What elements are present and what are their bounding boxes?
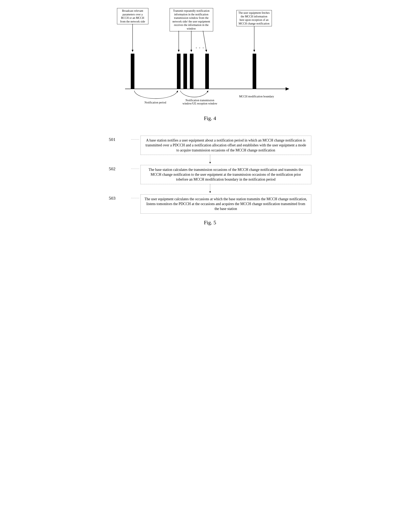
- fig4-box-broadcast: Broadcast relevant parameters over a BCC…: [117, 8, 148, 24]
- step-number-text: 502: [109, 166, 116, 171]
- step-text: A base station notifies a user equipment…: [145, 138, 306, 152]
- fig4-bar: [205, 54, 209, 89]
- step-number-text: 503: [109, 196, 116, 201]
- fig4-box-fetch: The user equipment fetches the MCCH info…: [236, 10, 272, 26]
- step-box: The user equipment calculates the occasi…: [141, 194, 311, 214]
- step-text: The user equipment calculates the occasi…: [145, 197, 307, 211]
- label-notification-period: Notification period: [139, 101, 172, 104]
- label-modification-boundary: MCCH modification boundary: [238, 95, 275, 98]
- step-number-text: 501: [109, 137, 116, 142]
- flow-connector: [109, 155, 311, 165]
- figure-4-caption: Fig. 4: [109, 115, 311, 121]
- flow-step-501: 501 A base station notifies a user equip…: [109, 136, 311, 155]
- fig4-box1-text: Broadcast relevant parameters over a BCC…: [120, 9, 145, 23]
- fig4-bar: [131, 54, 134, 89]
- label-transmission-window: Notification transmission window/UE rece…: [179, 99, 221, 105]
- step-text: The base station calculates the transmis…: [149, 168, 303, 182]
- fig4-bar: [253, 54, 256, 89]
- fig4-box2-text: Transmit repeatedly notification informa…: [173, 9, 210, 30]
- fig4-box3-text: The user equipment fetches the MCCH info…: [238, 11, 270, 25]
- fig4-bar: [190, 54, 193, 89]
- figure-4: Broadcast relevant parameters over a BCC…: [109, 8, 311, 113]
- leader-line: [131, 169, 139, 169]
- flow-step-502: 502 The base station calculates the tran…: [109, 165, 311, 184]
- step-box: A base station notifies a user equipment…: [141, 136, 311, 155]
- figure-5: 501 A base station notifies a user equip…: [109, 136, 311, 214]
- fig4-bar: [183, 54, 187, 89]
- flow-step-503: 503 The user equipment calculates the oc…: [109, 194, 311, 214]
- flow-connector: [109, 184, 311, 194]
- step-number: 503: [109, 194, 131, 201]
- ellipsis-icon: . . .: [196, 45, 205, 49]
- leader-line: [131, 198, 139, 198]
- step-box: The base station calculates the transmis…: [141, 165, 311, 184]
- figure-5-caption: Fig. 5: [109, 220, 311, 226]
- step-number: 502: [109, 165, 131, 172]
- step-number: 501: [109, 136, 131, 142]
- fig4-bar: [177, 54, 181, 89]
- fig4-box-transmit: Transmit repeatedly notification informa…: [170, 8, 213, 31]
- time-axis-arrow: [125, 89, 289, 89]
